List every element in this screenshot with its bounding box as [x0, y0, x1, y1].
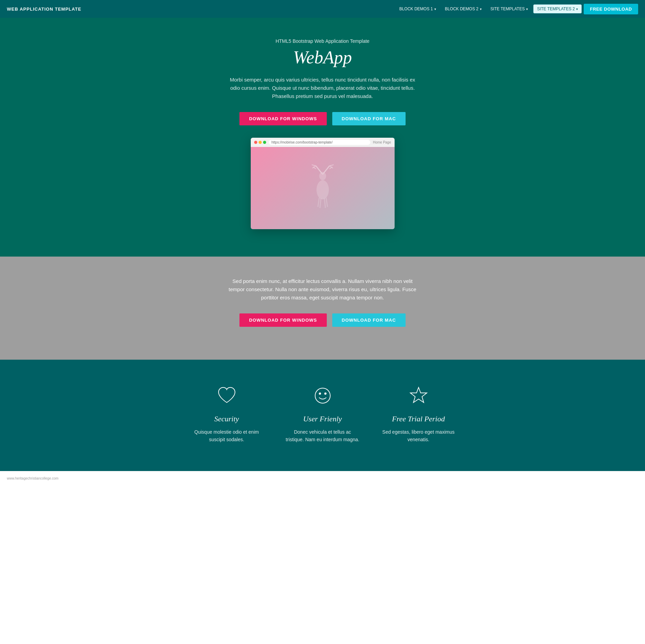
dot-yellow [259, 141, 262, 144]
svg-line-12 [324, 198, 325, 208]
smiley-icon [312, 385, 333, 406]
browser-bar: https://mobirise.com/bootstrap-template/… [251, 138, 395, 147]
feature-free-trial-description: Sed egestas, libero eget maximus venenat… [381, 428, 456, 444]
svg-point-8 [319, 172, 326, 180]
navbar: WEB APPLICATION TEMPLATE BLOCK DEMOS 1 B… [0, 0, 645, 18]
dot-green [263, 141, 266, 144]
hero-title: WebApp [7, 47, 638, 67]
features-section: Security Quisque molestie odio et enim s… [0, 360, 645, 471]
feature-user-friendly: User Frienly Donec vehicula et tellus ac… [285, 384, 360, 444]
hero-btn-group: DOWNLOAD FOR WINDOWS DOWNLOAD FOR MAC [7, 112, 638, 125]
browser-url: https://mobirise.com/bootstrap-template/ [269, 140, 370, 145]
feature-user-friendly-title: User Frienly [285, 414, 360, 423]
hero-description: Morbi semper, arcu quis varius ultricies… [227, 76, 419, 100]
svg-point-15 [319, 393, 321, 395]
user-friendly-icon-container [311, 384, 335, 408]
heart-icon [216, 385, 237, 406]
deer-icon [306, 164, 340, 212]
download-windows-button-hero[interactable]: DOWNLOAD FOR WINDOWS [239, 112, 326, 125]
svg-marker-17 [410, 387, 427, 402]
feature-security-title: Security [189, 414, 264, 423]
security-icon-container [215, 384, 239, 408]
gray-btn-group: DOWNLOAD FOR WINDOWS DOWNLOAD FOR MAC [7, 313, 638, 327]
feature-security: Security Quisque molestie odio et enim s… [189, 384, 264, 444]
free-download-button[interactable]: FREE DOWNLOAD [584, 4, 638, 14]
feature-security-description: Quisque molestie odio et enim suscipit s… [189, 428, 264, 444]
download-mac-button-gray[interactable]: DOWNLOAD FOR MAC [332, 313, 406, 327]
svg-point-14 [315, 388, 330, 403]
svg-line-13 [326, 198, 327, 207]
free-trial-icon-container [407, 384, 431, 408]
browser-home-label: Home Page [373, 140, 391, 144]
browser-content [251, 147, 395, 229]
feature-free-trial: Free Trial Period Sed egestas, libero eg… [381, 384, 456, 444]
gray-description: Sed porta enim nunc, at efficitur lectus… [227, 277, 419, 302]
svg-line-11 [320, 198, 321, 208]
hero-section: HTML5 Bootstrap Web Application Template… [0, 18, 645, 257]
svg-line-10 [318, 198, 319, 207]
svg-point-16 [324, 393, 326, 395]
footer-url: www.heritagechristiancollege.com [7, 476, 59, 480]
feature-free-trial-title: Free Trial Period [381, 414, 456, 423]
browser-mockup: https://mobirise.com/bootstrap-template/… [251, 138, 395, 229]
block-demos-2-button[interactable]: BLOCK DEMOS 2 [442, 4, 485, 13]
navbar-right: BLOCK DEMOS 1 BLOCK DEMOS 2 SITE TEMPLAT… [396, 4, 638, 14]
download-windows-button-gray[interactable]: DOWNLOAD FOR WINDOWS [239, 313, 326, 327]
site-templates-2-button[interactable]: SITE TEMPLATES 2 [533, 4, 582, 13]
features-grid: Security Quisque molestie odio et enim s… [169, 384, 477, 444]
svg-line-6 [330, 165, 334, 166]
footer: www.heritagechristiancollege.com [0, 471, 645, 484]
dot-red [254, 141, 257, 144]
svg-point-9 [317, 180, 329, 199]
brand: WEB APPLICATION TEMPLATE [7, 7, 81, 12]
block-demos-1-button[interactable]: BLOCK DEMOS 1 [396, 4, 439, 13]
star-icon [408, 385, 429, 406]
feature-user-friendly-description: Donec vehicula et tellus ac tristique. N… [285, 428, 360, 444]
svg-line-2 [312, 165, 316, 166]
download-mac-button-hero[interactable]: DOWNLOAD FOR MAC [332, 112, 406, 125]
site-templates-button[interactable]: SITE TEMPLATES [487, 4, 531, 13]
gray-section: Sed porta enim nunc, at efficitur lectus… [0, 257, 645, 360]
hero-subtitle: HTML5 Bootstrap Web Application Template [7, 38, 638, 44]
browser-dots [254, 141, 266, 144]
